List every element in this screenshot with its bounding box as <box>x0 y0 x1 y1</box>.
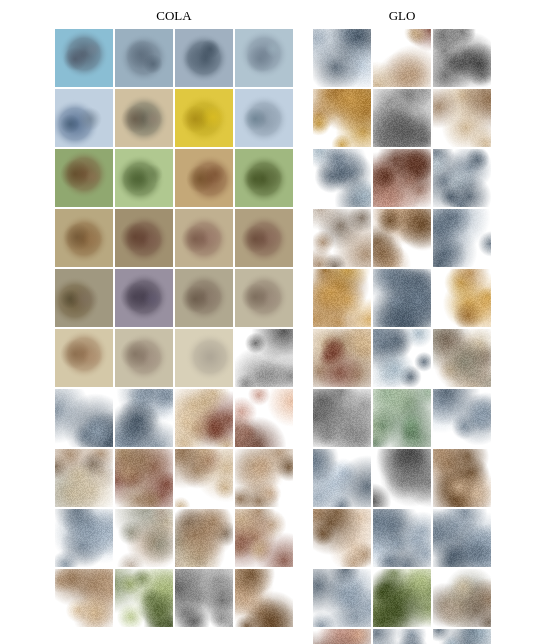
image-cell <box>373 209 431 267</box>
image-cell <box>55 29 113 87</box>
image-cell <box>175 209 233 267</box>
image-cell <box>373 509 431 567</box>
image-cell <box>115 269 173 327</box>
image-cell <box>235 329 293 387</box>
image-cell <box>433 149 491 207</box>
image-cell <box>115 569 173 627</box>
image-cell <box>235 269 293 327</box>
image-cell <box>235 569 293 627</box>
image-cell <box>55 149 113 207</box>
image-cell <box>373 29 431 87</box>
image-cell <box>313 269 371 327</box>
cola-title: COLA <box>156 8 191 24</box>
image-cell <box>313 89 371 147</box>
image-cell <box>115 509 173 567</box>
image-cell <box>313 449 371 507</box>
image-cell <box>433 329 491 387</box>
image-cell <box>313 149 371 207</box>
image-cell <box>175 29 233 87</box>
image-cell <box>373 449 431 507</box>
image-cell <box>313 29 371 87</box>
image-cell <box>373 329 431 387</box>
image-cell <box>313 509 371 567</box>
image-cell <box>115 329 173 387</box>
image-cell <box>55 329 113 387</box>
image-cell <box>55 89 113 147</box>
image-cell <box>433 629 491 644</box>
image-cell <box>175 269 233 327</box>
glo-title: GLO <box>389 8 416 24</box>
image-cell <box>433 389 491 447</box>
image-cell <box>373 569 431 627</box>
image-cell <box>175 509 233 567</box>
image-cell <box>55 569 113 627</box>
image-cell <box>55 449 113 507</box>
image-cell <box>175 389 233 447</box>
image-cell <box>313 389 371 447</box>
image-cell <box>115 149 173 207</box>
image-cell <box>175 569 233 627</box>
image-cell <box>433 29 491 87</box>
image-cell <box>55 509 113 567</box>
image-cell <box>373 389 431 447</box>
image-cell <box>433 269 491 327</box>
image-cell <box>175 149 233 207</box>
image-cell <box>373 269 431 327</box>
image-cell <box>115 89 173 147</box>
image-cell <box>235 149 293 207</box>
image-cell <box>313 569 371 627</box>
image-cell <box>373 149 431 207</box>
columns-wrapper: COLA GLO <box>55 8 491 644</box>
image-cell <box>433 569 491 627</box>
image-cell <box>175 449 233 507</box>
image-cell <box>235 29 293 87</box>
image-cell <box>373 629 431 644</box>
image-cell <box>235 209 293 267</box>
image-cell <box>175 89 233 147</box>
image-cell <box>175 329 233 387</box>
glo-grid <box>313 29 491 644</box>
image-cell <box>235 449 293 507</box>
image-cell <box>115 29 173 87</box>
image-cell <box>433 209 491 267</box>
image-cell <box>433 449 491 507</box>
image-cell <box>313 629 371 644</box>
image-cell <box>55 389 113 447</box>
image-cell <box>55 209 113 267</box>
image-cell <box>235 509 293 567</box>
glo-column: GLO <box>313 8 491 644</box>
image-cell <box>373 89 431 147</box>
cola-grid <box>55 29 293 627</box>
image-cell <box>115 389 173 447</box>
main-container: COLA GLO Figure 1: Training on CIFAR-10 … <box>0 0 546 644</box>
image-cell <box>115 209 173 267</box>
image-cell <box>433 89 491 147</box>
image-cell <box>55 269 113 327</box>
image-cell <box>235 89 293 147</box>
image-cell <box>433 509 491 567</box>
image-cell <box>313 329 371 387</box>
image-cell <box>235 389 293 447</box>
image-cell <box>115 449 173 507</box>
image-cell <box>313 209 371 267</box>
cola-column: COLA <box>55 8 293 644</box>
